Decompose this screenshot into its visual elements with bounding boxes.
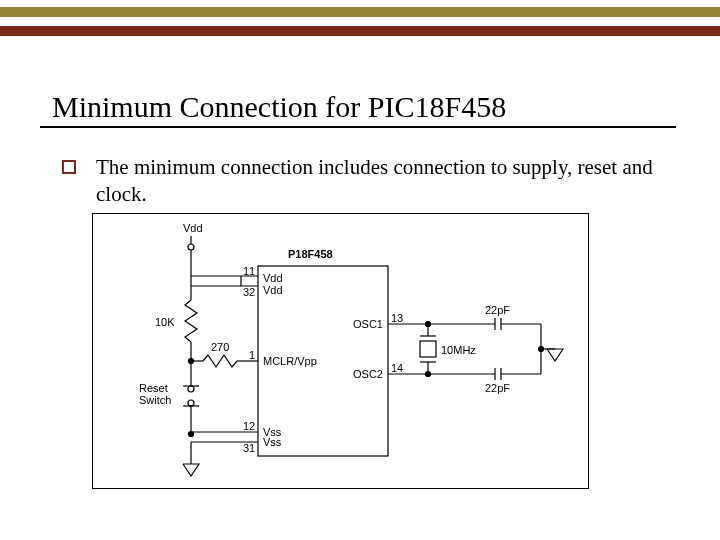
svg-point-16	[188, 400, 194, 406]
pin31-num: 31	[243, 442, 255, 454]
accent-bar-gold	[0, 7, 720, 17]
bullet-icon	[62, 160, 76, 174]
accent-bar-maroon	[0, 26, 720, 36]
r-pullup-label: 10K	[155, 316, 175, 328]
vdd-supply-label: Vdd	[183, 222, 203, 234]
title-underline	[40, 126, 676, 128]
vdd-name-1: Vdd	[263, 272, 283, 284]
svg-point-2	[188, 244, 194, 250]
osc2-name: OSC2	[353, 368, 383, 380]
osc2-num: 14	[391, 362, 403, 374]
r-series-label: 270	[211, 341, 229, 353]
cap-bot-label: 22pF	[485, 382, 510, 394]
vss-name-2: Vss	[263, 436, 282, 448]
pin32-num: 32	[243, 286, 255, 298]
svg-point-21	[189, 432, 194, 437]
pin11-num: 11	[243, 265, 255, 277]
crystal-label: 10MHz	[441, 344, 476, 356]
slide-title: Minimum Connection for PIC18F458	[52, 92, 506, 122]
mclr-name: MCLR/Vpp	[263, 355, 317, 367]
svg-point-13	[188, 386, 194, 392]
reset-switch-label2: Switch	[139, 394, 171, 406]
pin12-num: 12	[243, 420, 255, 432]
svg-rect-26	[420, 341, 436, 357]
schematic-svg: P18F458 Vdd 11 32 Vdd Vdd 10K	[93, 214, 588, 488]
slide-body-text: The minimum connection includes connecti…	[96, 154, 656, 209]
svg-point-41	[426, 372, 431, 377]
svg-point-40	[426, 322, 431, 327]
reset-switch-label: Reset	[139, 382, 168, 394]
osc1-num: 13	[391, 312, 403, 324]
schematic-frame: P18F458 Vdd 11 32 Vdd Vdd 10K	[92, 213, 589, 489]
pin1-num: 1	[249, 349, 255, 361]
osc1-name: OSC1	[353, 318, 383, 330]
cap-top-label: 22pF	[485, 304, 510, 316]
vdd-name-2: Vdd	[263, 284, 283, 296]
chip-label: P18F458	[288, 248, 333, 260]
